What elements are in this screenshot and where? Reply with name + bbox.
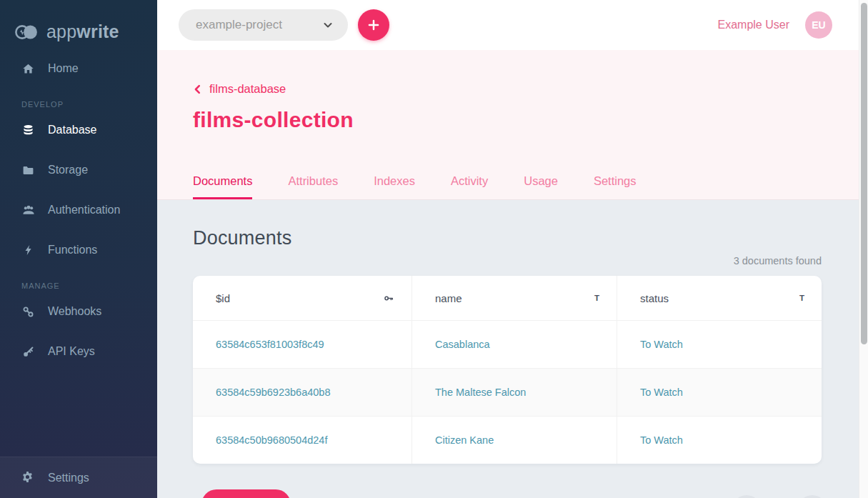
result-count: 3 documents found [193, 255, 822, 267]
database-icon [21, 124, 35, 137]
key-icon [384, 293, 394, 304]
column-label: status [640, 292, 669, 304]
collection-tabs: Documents Attributes Indexes Activity Us… [193, 174, 868, 199]
tab-attributes[interactable]: Attributes [288, 174, 338, 199]
sidebar-item-database[interactable]: Database [0, 110, 157, 150]
tab-settings[interactable]: Settings [594, 174, 637, 199]
sidebar-item-label: Home [48, 62, 79, 75]
sidebar-item-label: Webhooks [48, 305, 101, 318]
tab-documents[interactable]: Documents [193, 174, 252, 199]
sidebar-item-label: Authentication [48, 204, 120, 216]
text-type-icon: T [594, 294, 599, 302]
documents-table: $id name T status T 63584c653f81003f8c49… [193, 276, 822, 464]
pagination-next-button[interactable] [798, 495, 827, 498]
sidebar-section-develop: DEVELOP [21, 100, 157, 109]
folder-icon [21, 164, 35, 177]
sidebar-item-functions[interactable]: Functions [0, 230, 157, 270]
tab-activity[interactable]: Activity [451, 174, 488, 199]
page-scrollbar[interactable] [859, 0, 868, 498]
home-icon [21, 62, 35, 76]
page-title: films-collection [193, 108, 868, 132]
section-title: Documents [193, 227, 868, 249]
users-icon [21, 204, 35, 217]
sidebar-item-webhooks[interactable]: Webhooks [0, 292, 157, 332]
gear-icon [21, 471, 35, 484]
project-selector[interactable]: example-project [179, 9, 348, 41]
main-column: example-project Example User EU films-da… [157, 0, 868, 498]
table-row[interactable]: 63584c653f81003f8c49 Casablanca To Watch [193, 320, 822, 368]
document-name[interactable]: The Maltese Falcon [435, 387, 526, 398]
sidebar-section-manage: MANAGE [21, 282, 157, 290]
lightning-icon [21, 244, 35, 257]
appwrite-wordmark: appwrite [46, 21, 119, 42]
sidebar-item-authentication[interactable]: Authentication [0, 190, 157, 230]
column-header-id: $id [193, 276, 412, 320]
appwrite-logo: appwrite [0, 0, 157, 49]
column-header-status: status T [617, 276, 822, 320]
appwrite-logo-icon [14, 22, 40, 42]
tab-indexes[interactable]: Indexes [374, 174, 415, 199]
sidebar-item-label: Database [48, 124, 97, 136]
create-project-button[interactable] [358, 9, 389, 41]
sidebar: appwrite Home DEVELOP Database Storage [0, 0, 157, 498]
document-name[interactable]: Casablanca [435, 339, 490, 350]
breadcrumb-label: films-database [209, 82, 286, 96]
sidebar-item-label: API Keys [48, 345, 95, 358]
tab-usage[interactable]: Usage [524, 174, 558, 199]
pagination-prev-button[interactable] [732, 495, 761, 498]
document-name[interactable]: Citizen Kane [435, 434, 494, 446]
add-document-button[interactable] [201, 489, 291, 498]
document-id-link[interactable]: 63584c59b6923b6a40b8 [216, 387, 330, 398]
sidebar-item-label: Storage [48, 164, 88, 176]
breadcrumb[interactable]: films-database [193, 82, 286, 96]
document-status[interactable]: To Watch [640, 434, 683, 446]
collection-header: films-database films-collection Document… [157, 50, 868, 200]
user-name[interactable]: Example User [718, 19, 789, 31]
sidebar-item-storage[interactable]: Storage [0, 150, 157, 190]
chevron-down-icon [322, 19, 334, 31]
document-status[interactable]: To Watch [640, 387, 683, 398]
chevron-left-icon [193, 84, 203, 94]
plus-icon [367, 19, 380, 31]
sidebar-item-api-keys[interactable]: API Keys [0, 332, 157, 372]
sidebar-item-label: Settings [48, 472, 89, 484]
column-header-name: name T [412, 276, 617, 320]
project-selector-value: example-project [196, 18, 282, 32]
table-header-row: $id name T status T [193, 276, 822, 320]
scrollbar-thumb[interactable] [861, 3, 867, 344]
document-status[interactable]: To Watch [640, 339, 683, 350]
table-row[interactable]: 63584c59b6923b6a40b8 The Maltese Falcon … [193, 368, 822, 416]
avatar[interactable]: EU [805, 11, 832, 39]
link-icon [21, 305, 35, 319]
document-id-link[interactable]: 63584c653f81003f8c49 [216, 339, 324, 350]
topbar: example-project Example User EU [157, 0, 868, 50]
sidebar-item-settings[interactable]: Settings [0, 457, 157, 498]
column-label: $id [216, 292, 230, 304]
documents-panel: Documents 3 documents found $id name T s… [157, 200, 868, 498]
sidebar-item-label: Functions [48, 244, 97, 257]
table-row[interactable]: 63584c50b9680504d24f Citizen Kane To Wat… [193, 416, 822, 464]
key-icon [21, 345, 35, 359]
document-id-link[interactable]: 63584c50b9680504d24f [216, 434, 327, 446]
sidebar-item-home[interactable]: Home [0, 49, 157, 89]
text-type-icon: T [799, 294, 804, 302]
column-label: name [435, 292, 462, 304]
